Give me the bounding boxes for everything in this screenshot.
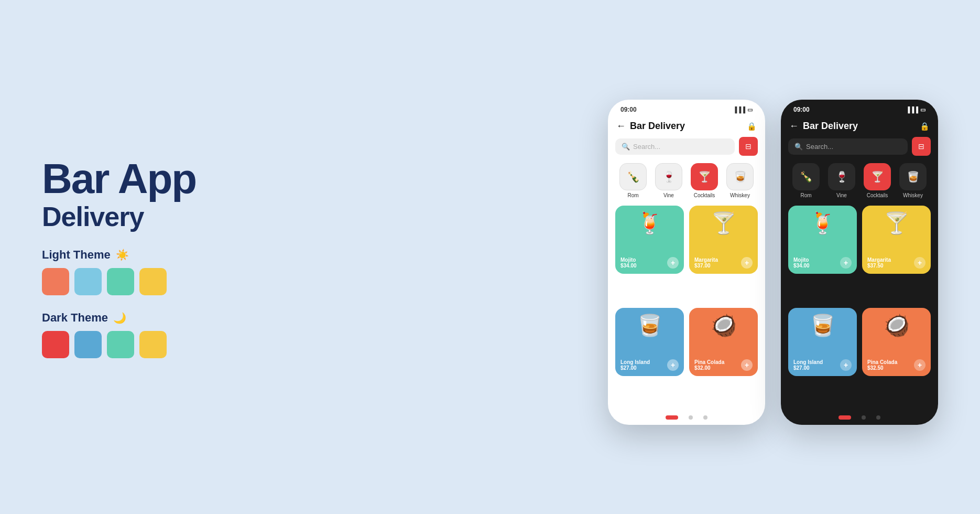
time-dark: 09:00 — [793, 106, 810, 113]
cat-whiskey-dark[interactable]: 🥃 Whiskey — [899, 163, 927, 198]
cat-rom-dark[interactable]: 🍾 Rom — [792, 163, 820, 198]
product-longisland-dark[interactable]: 🥃 Long Island $27.00 + — [788, 308, 857, 376]
product-longisland-light[interactable]: 🥃 Long Island $27.00 + — [615, 308, 684, 376]
search-wrap-dark[interactable]: 🔍 Search... — [788, 138, 908, 155]
pinacolada-price-dark: $32.50 — [867, 365, 897, 371]
margarita-add-btn-dark[interactable]: + — [914, 257, 925, 269]
longisland-bottom: Long Island $27.00 + — [620, 359, 679, 371]
dark-theme-text: Dark Theme — [42, 311, 108, 325]
category-row-light: 🍾 Rom 🍷 Vine 🍸 Cocktails — [608, 161, 765, 204]
title-bar: Bar App — [42, 156, 196, 202]
lock-icon-dark: 🔒 — [920, 122, 930, 131]
header-left-light: ← Bar Delivery — [616, 121, 685, 132]
product-mojito-dark[interactable]: 🍹 Mojito $34.00 + — [788, 206, 857, 274]
cat-circle-vine-light: 🍷 — [655, 163, 682, 190]
mojito-add-btn-dark[interactable]: + — [840, 257, 852, 269]
margarita-bottom: Margarita $37.00 + — [694, 257, 753, 269]
search-placeholder-dark: Search... — [806, 143, 833, 151]
cat-whiskey-light[interactable]: 🥃 Whiskey — [726, 163, 754, 198]
pinacolada-bottom-dark: Pina Colada $32.50 + — [867, 359, 925, 371]
nav-dot-3-light[interactable] — [703, 415, 707, 420]
header-left-dark: ← Bar Delivery — [789, 121, 858, 132]
status-bar-dark: 09:00 ▐▐▐ ▭ — [781, 100, 938, 116]
product-mojito-light[interactable]: 🍹 Mojito $34.00 + — [615, 206, 684, 274]
cat-cocktails-dark[interactable]: 🍸 Cocktails — [864, 163, 891, 198]
search-icon-light: 🔍 — [622, 143, 630, 151]
search-placeholder-light: Search... — [633, 143, 660, 151]
title-delivery: Delivery — [42, 202, 252, 232]
nav-dot-3-dark[interactable] — [876, 415, 880, 420]
back-button-dark[interactable]: ← — [789, 121, 799, 132]
cat-vine-light[interactable]: 🍷 Vine — [655, 163, 682, 198]
pinacolada-add-btn-dark[interactable]: + — [914, 359, 925, 371]
longisland-name-dark: Long Island — [793, 359, 823, 365]
cat-cocktails-light[interactable]: 🍸 Cocktails — [691, 163, 718, 198]
search-wrap-light[interactable]: 🔍 Search... — [615, 138, 735, 155]
cat-circle-rom-dark: 🍾 — [792, 163, 820, 190]
products-grid-dark: 🍹 Mojito $34.00 + 🍸 Margarita — [781, 204, 938, 410]
time-light: 09:00 — [620, 106, 637, 113]
swatch-light-1 — [42, 268, 69, 295]
margarita-drink-icon: 🍸 — [711, 211, 737, 235]
swatch-dark-1 — [42, 331, 69, 358]
lock-icon-light: 🔒 — [747, 122, 757, 131]
mojito-drink-icon-dark: 🍹 — [810, 211, 836, 235]
longisland-drink-icon: 🥃 — [637, 313, 663, 338]
cat-vine-dark[interactable]: 🍷 Vine — [828, 163, 855, 198]
light-theme-text: Light Theme — [42, 248, 111, 262]
product-margarita-dark[interactable]: 🍸 Margarita $37.50 + — [862, 206, 931, 274]
cat-rom-light[interactable]: 🍾 Rom — [619, 163, 647, 198]
longisland-bottom-dark: Long Island $27.00 + — [793, 359, 852, 371]
cat-label-vine-dark: Vine — [836, 192, 847, 198]
nav-dot-2-light[interactable] — [689, 415, 693, 420]
cat-label-rom-dark: Rom — [800, 192, 811, 198]
moon-icon: 🌙 — [113, 312, 126, 324]
margarita-name: Margarita — [694, 257, 718, 263]
pinacolada-drink-icon: 🥥 — [711, 313, 737, 338]
nav-dot-1-dark[interactable] — [839, 415, 851, 420]
cat-label-cocktails-dark: Cocktails — [867, 192, 888, 198]
battery-icon-light: ▭ — [747, 106, 753, 113]
header-title-light: Bar Delivery — [630, 121, 685, 132]
swatch-dark-4 — [139, 331, 167, 358]
pinacolada-add-btn[interactable]: + — [741, 359, 753, 371]
pinacolada-bottom: Pina Colada $32.00 + — [694, 359, 753, 371]
app-header-dark: ← Bar Delivery 🔒 — [781, 116, 938, 137]
cat-label-vine-light: Vine — [663, 192, 674, 198]
pinacolada-price: $32.00 — [694, 365, 724, 371]
status-icons-light: ▐▐▐ ▭ — [733, 106, 753, 113]
mojito-drink-icon: 🍹 — [637, 211, 663, 235]
pinacolada-drink-icon-dark: 🥥 — [884, 313, 910, 338]
mojito-bottom-dark: Mojito $34.00 + — [793, 257, 852, 269]
bottle-rom-icon-dark: 🍾 — [800, 170, 813, 183]
pinacolada-name: Pina Colada — [694, 359, 724, 365]
product-pinacolada-dark[interactable]: 🥥 Pina Colada $32.50 + — [862, 308, 931, 376]
longisland-add-btn-dark[interactable]: + — [840, 359, 852, 371]
category-row-dark: 🍾 Rom 🍷 Vine 🍸 Cocktails — [781, 161, 938, 204]
filter-btn-light[interactable]: ⊟ — [739, 137, 758, 156]
mojito-add-btn[interactable]: + — [667, 257, 679, 269]
dark-theme-label: Dark Theme 🌙 — [42, 311, 252, 325]
cat-circle-vine-dark: 🍷 — [828, 163, 855, 190]
swatch-light-4 — [139, 268, 167, 295]
margarita-price: $37.00 — [694, 263, 718, 269]
longisland-drink-icon-dark: 🥃 — [810, 313, 836, 338]
cat-label-rom-light: Rom — [627, 192, 638, 198]
mojito-name-dark: Mojito — [793, 257, 810, 263]
signal-icon-light: ▐▐▐ — [733, 106, 745, 113]
nav-dot-1-light[interactable] — [666, 415, 678, 420]
nav-dot-2-dark[interactable] — [862, 415, 866, 420]
mojito-bottom: Mojito $34.00 + — [620, 257, 679, 269]
filter-icon-light: ⊟ — [745, 142, 752, 151]
product-margarita-light[interactable]: 🍸 Margarita $37.00 + — [689, 206, 758, 274]
filter-btn-dark[interactable]: ⊟ — [912, 137, 931, 156]
whiskey-icon-light: 🥃 — [734, 170, 747, 183]
back-button-light[interactable]: ← — [616, 121, 626, 132]
margarita-add-btn[interactable]: + — [741, 257, 753, 269]
longisland-add-btn[interactable]: + — [667, 359, 679, 371]
cat-label-whiskey-light: Whiskey — [730, 192, 750, 198]
product-pinacolada-light[interactable]: 🥥 Pina Colada $32.00 + — [689, 308, 758, 376]
longisland-name: Long Island — [620, 359, 650, 365]
cocktail-icon-dark: 🍸 — [871, 170, 884, 183]
light-swatches — [42, 268, 252, 295]
